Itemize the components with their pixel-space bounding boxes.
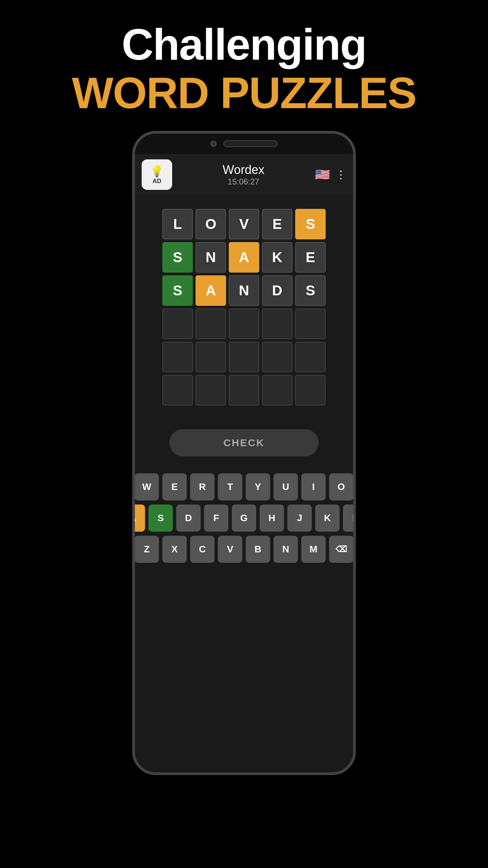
key-H[interactable]: H	[260, 505, 284, 532]
flag-icon: 🇺🇸	[315, 167, 330, 182]
app-content: 💡 AD Wordex 15:06:27 🇺🇸 ⋮ LOVESSNAKESAND…	[135, 154, 353, 759]
bulb-icon: 💡	[150, 165, 164, 178]
keyboard: QWERTYUIOPASDFGHJKLZXCVBNM⌫	[139, 473, 349, 563]
keyboard-row-2: ZXCVBNM⌫	[135, 536, 353, 563]
header-section: Challenging WORD PUZZLES	[0, 0, 488, 117]
cell-r4-c4	[295, 342, 326, 372]
app-title: Wordex	[223, 163, 264, 177]
key-J[interactable]: J	[287, 505, 312, 532]
key-F[interactable]: F	[204, 505, 228, 532]
key-N[interactable]: N	[273, 536, 298, 563]
cell-r0-c0: L	[162, 209, 193, 239]
header-title-line1: Challenging	[0, 20, 488, 69]
cell-r3-c3	[262, 309, 292, 339]
phone-frame: 💡 AD Wordex 15:06:27 🇺🇸 ⋮ LOVESSNAKESAND…	[132, 131, 356, 775]
cell-r2-c1: A	[196, 275, 226, 306]
key-B[interactable]: B	[246, 536, 270, 563]
ad-label: AD	[152, 178, 161, 185]
cell-r5-c3	[262, 375, 292, 406]
cell-r4-c1	[196, 342, 226, 372]
key-V[interactable]: V	[218, 536, 242, 563]
cell-r4-c2	[229, 342, 259, 372]
app-topbar: 💡 AD Wordex 15:06:27 🇺🇸 ⋮	[135, 154, 353, 195]
keyboard-row-1: ASDFGHJKL	[132, 505, 356, 532]
cell-r0-c2: V	[229, 209, 259, 239]
phone-top-bar	[135, 134, 353, 154]
cell-r2-c2: N	[229, 275, 259, 306]
check-button[interactable]: CHECK	[169, 429, 319, 456]
game-grid: LOVESSNAKESANDS	[159, 205, 329, 409]
ad-button[interactable]: 💡 AD	[142, 159, 172, 190]
cell-r3-c1	[196, 309, 226, 339]
cell-r2-c3: D	[262, 275, 292, 306]
phone-side-button	[354, 235, 356, 262]
cell-r5-c1	[196, 375, 226, 406]
key-E[interactable]: E	[162, 473, 187, 500]
check-button-label: CHECK	[223, 437, 265, 449]
key-X[interactable]: X	[162, 536, 187, 563]
key-Z[interactable]: Z	[135, 536, 159, 563]
keyboard-row-0: QWERTYUIOP	[132, 473, 356, 500]
cell-r1-c3: K	[262, 242, 292, 273]
key-M[interactable]: M	[301, 536, 326, 563]
key-R[interactable]: R	[190, 473, 215, 500]
cell-r0-c4: S	[295, 209, 326, 239]
app-topbar-right: 🇺🇸 ⋮	[315, 167, 346, 182]
cell-r0-c3: E	[262, 209, 292, 239]
key-K[interactable]: K	[315, 505, 340, 532]
cell-r0-c1: O	[196, 209, 226, 239]
key-Y[interactable]: Y	[246, 473, 270, 500]
cell-r5-c2	[229, 375, 259, 406]
app-title-section: Wordex 15:06:27	[223, 163, 264, 186]
key-T[interactable]: T	[218, 473, 242, 500]
cell-r3-c4	[295, 309, 326, 339]
cell-r1-c4: E	[295, 242, 326, 273]
cell-r1-c0: S	[162, 242, 193, 273]
key-C[interactable]: C	[190, 536, 215, 563]
cell-r2-c0: S	[162, 275, 193, 306]
key-S[interactable]: S	[148, 505, 173, 532]
cell-r5-c0	[162, 375, 193, 406]
key-U[interactable]: U	[273, 473, 298, 500]
key-⌫[interactable]: ⌫	[329, 536, 353, 563]
key-G[interactable]: G	[232, 505, 256, 532]
key-I[interactable]: I	[301, 473, 326, 500]
more-options-icon[interactable]: ⋮	[336, 168, 346, 181]
cell-r4-c0	[162, 342, 193, 372]
cell-r3-c2	[229, 309, 259, 339]
key-O[interactable]: O	[329, 473, 353, 500]
cell-r4-c3	[262, 342, 292, 372]
key-W[interactable]: W	[135, 473, 159, 500]
cell-r2-c4: S	[295, 275, 326, 306]
cell-r1-c2: A	[229, 242, 259, 273]
key-D[interactable]: D	[176, 505, 201, 532]
cell-r1-c1: N	[196, 242, 226, 273]
phone-speaker	[223, 140, 278, 147]
cell-r5-c4	[295, 375, 326, 406]
phone-camera	[210, 141, 217, 147]
key-A[interactable]: A	[132, 505, 145, 532]
cell-r3-c0	[162, 309, 193, 339]
header-title-line2: WORD PUZZLES	[0, 69, 488, 117]
key-L[interactable]: L	[343, 505, 356, 532]
app-timer: 15:06:27	[223, 177, 264, 186]
